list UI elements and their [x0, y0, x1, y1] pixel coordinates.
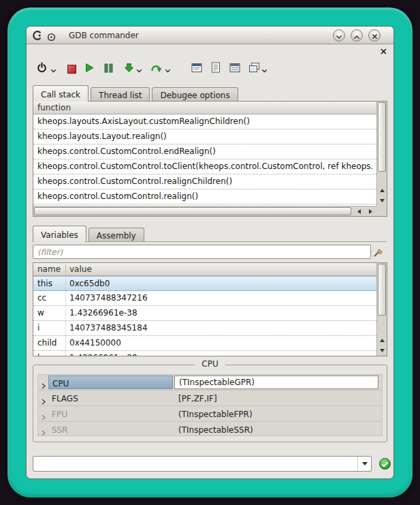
menu-icon[interactable]: [47, 31, 56, 44]
cpu-register-tree: CPU (TInspectableGPR) FLAGS [PF,ZF,IF] F…: [37, 374, 383, 436]
clear-filter-icon[interactable]: [371, 245, 386, 259]
variables-vscrollbar[interactable]: [376, 263, 387, 356]
titlebar[interactable]: GDB commander: [27, 27, 393, 44]
check-icon: [381, 457, 389, 470]
scroll-left-button[interactable]: [353, 206, 365, 216]
log-window-button[interactable]: [208, 60, 224, 78]
cpu-row-selected[interactable]: CPU (TInspectableGPR): [38, 375, 382, 391]
maximize-button[interactable]: [351, 29, 363, 42]
variables-tabbar: Variables Assembly: [33, 226, 146, 242]
column-header-value: value: [69, 264, 92, 274]
command-input[interactable]: [35, 457, 343, 470]
execute-button[interactable]: [379, 458, 391, 470]
scroll-down-button[interactable]: [377, 196, 387, 206]
run-button[interactable]: [81, 60, 97, 78]
tab-call-stack[interactable]: Call stack: [33, 85, 88, 102]
cpu-groupbox: CPU CPU (TInspectableGPR) FLAGS [PF,ZF,I…: [33, 365, 387, 442]
variable-name: b: [37, 351, 43, 356]
tab-thread-list[interactable]: Thread list: [91, 87, 150, 102]
chevron-down-icon: [136, 63, 142, 76]
variable-row[interactable]: cc 140737488347216: [33, 291, 376, 306]
register-group-value: (TInspectableFPR): [174, 407, 378, 420]
register-group-name: CPU: [48, 376, 173, 389]
watch-window-icon: [229, 63, 240, 76]
window-title: GDB commander: [69, 31, 139, 40]
power-menu-arrow[interactable]: [49, 66, 57, 72]
variable-value: 0x44150000: [69, 336, 121, 350]
variable-value: 1.43266961e-38: [69, 351, 138, 356]
chevron-up-icon: [353, 29, 360, 42]
variable-value: 140737488345184: [69, 321, 148, 335]
step-into-menu-arrow[interactable]: [135, 66, 143, 72]
scroll-up-button[interactable]: [377, 185, 387, 196]
variable-name: cc: [37, 291, 46, 305]
variable-row[interactable]: child 0x44150000: [33, 336, 376, 351]
panel-close-icon[interactable]: [379, 47, 387, 55]
tab-debugee-options[interactable]: Debugee options: [152, 87, 238, 102]
source-window-button[interactable]: [189, 60, 205, 78]
scrollbar-handle[interactable]: [378, 264, 386, 316]
filter-input[interactable]: [33, 245, 371, 259]
scroll-down-button[interactable]: [377, 346, 387, 356]
cpu-row-disabled[interactable]: SSR (TInspectableSSR): [38, 422, 382, 438]
watch-window-button[interactable]: [227, 60, 243, 78]
tab-assembly[interactable]: Assembly: [88, 228, 144, 242]
gdb-commander-window: GDB commander: [26, 26, 394, 479]
step-into-icon: [124, 63, 134, 76]
command-combobox[interactable]: [33, 456, 372, 472]
power-button[interactable]: [33, 60, 50, 78]
variable-row[interactable]: b 1.43266961e-38: [33, 351, 376, 356]
chevron-down-icon: [165, 63, 171, 76]
close-icon: [372, 29, 378, 42]
register-group-name: FLAGS: [48, 391, 173, 405]
cpu-row[interactable]: FLAGS [PF,ZF,IF]: [38, 391, 382, 406]
scroll-up-button[interactable]: [377, 335, 387, 346]
scrollbar-handle[interactable]: [34, 207, 351, 215]
callstack-row[interactable]: kheops.layouts.AxisLayout.customRealignC…: [33, 114, 376, 129]
variable-name: i: [37, 321, 39, 335]
pause-button[interactable]: [100, 60, 116, 78]
callstack-row[interactable]: kheops.control.CustomControl.realign(): [33, 189, 376, 204]
minimize-button[interactable]: [333, 29, 345, 42]
callstack-row[interactable]: kheops.layouts.Layout.realign(): [33, 129, 376, 144]
chevron-down-icon: [261, 63, 268, 76]
variable-name: child: [37, 336, 57, 350]
variable-row-selected[interactable]: this 0xc65db0: [33, 276, 376, 291]
callstack-row[interactable]: kheops.control.CustomControl.realignChil…: [33, 174, 376, 189]
window-content: Call stack Thread list Debugee options f…: [27, 45, 393, 478]
variable-row[interactable]: w 1.43266961e-38: [33, 306, 376, 321]
log-page-icon: [211, 62, 221, 76]
register-group-value: [PF,ZF,IF]: [174, 391, 378, 405]
inspector-menu-arrow[interactable]: [260, 66, 268, 72]
variable-row[interactable]: i 140737488345184: [33, 321, 376, 336]
expander-icon[interactable]: [42, 426, 46, 441]
variable-name: w: [37, 306, 44, 320]
step-over-button[interactable]: [148, 60, 164, 78]
register-group-name: FPU: [48, 407, 173, 420]
callstack-vscrollbar[interactable]: [376, 102, 387, 206]
tab-variables[interactable]: Variables: [33, 226, 86, 242]
column-divider[interactable]: [65, 264, 66, 274]
column-header-function: function: [37, 103, 71, 112]
scrollbar-handle[interactable]: [378, 102, 386, 172]
callstack-hscrollbar[interactable]: [33, 206, 376, 216]
close-button[interactable]: [368, 29, 381, 42]
callstack-list: kheops.layouts.AxisLayout.customRealignC…: [33, 114, 376, 206]
inspector-windows-icon: [248, 62, 260, 76]
cpu-row-disabled[interactable]: FPU (TInspectableFPR): [38, 406, 382, 422]
column-header-name: name: [37, 264, 61, 274]
step-over-menu-arrow[interactable]: [163, 66, 172, 72]
register-group-value[interactable]: (TInspectableGPR): [174, 376, 378, 389]
register-group-value: (TInspectableSSR): [174, 423, 378, 436]
callstack-row[interactable]: kheops.control.CustomControl.toClient(kh…: [33, 159, 376, 174]
callstack-panel: function kheops.layouts.AxisLayout.custo…: [33, 101, 387, 217]
chevron-down-icon: [50, 63, 56, 76]
callstack-row[interactable]: kheops.control.CustomControl.endRealign(…: [33, 144, 376, 159]
stop-button[interactable]: [63, 60, 80, 78]
variables-list: this 0xc65db0 cc 140737488347216 w 1.432…: [33, 276, 376, 356]
scroll-right-button[interactable]: [365, 206, 376, 216]
variable-value: 0xc65db0: [69, 277, 110, 291]
register-group-name: SSR: [48, 423, 173, 436]
combo-dropdown-arrow[interactable]: [357, 457, 371, 471]
source-window-icon: [191, 63, 202, 76]
